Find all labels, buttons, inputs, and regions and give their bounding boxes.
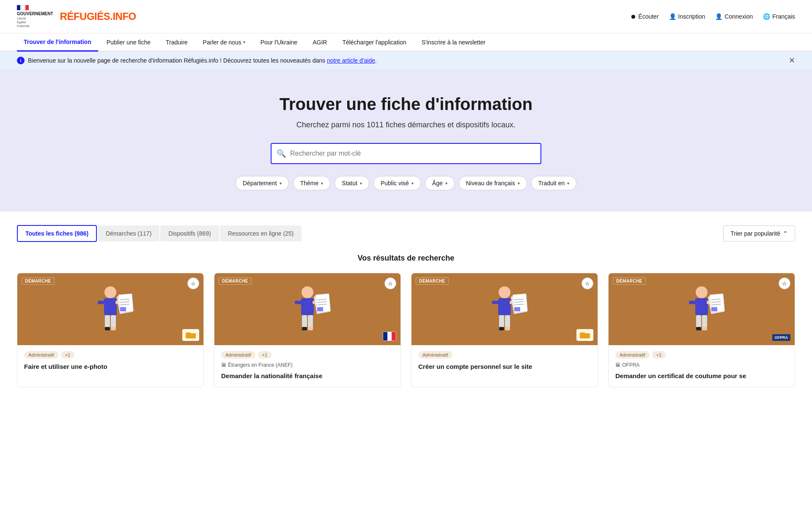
card-fav-1[interactable]: ☆ [187, 277, 199, 289]
chevron-down-icon-dept: ▾ [280, 181, 282, 186]
building-icon-4: 🏛 [615, 362, 620, 368]
connexion-link[interactable]: 👤 Connexion [715, 13, 753, 20]
svg-rect-34 [499, 315, 504, 328]
tab-ressources[interactable]: Ressources en ligne (25) [220, 225, 302, 242]
flag-red [25, 5, 29, 10]
card-fav-4[interactable]: ☆ [779, 277, 790, 289]
tab-demarches[interactable]: Démarches (117) [98, 225, 159, 242]
lang-icon: 🌐 [763, 13, 770, 20]
svg-rect-7 [111, 327, 116, 330]
cards-grid: DÉMARCHE ☆ [17, 273, 795, 387]
svg-rect-22 [302, 327, 307, 330]
hero-title: Trouver une fiche d'information [17, 95, 795, 114]
nav-item-newsletter[interactable]: S'inscrire à la newsletter [415, 34, 492, 51]
svg-rect-20 [302, 315, 307, 328]
main-content: Toutes les fiches (986) Démarches (117) … [0, 211, 812, 401]
nav-item-trouver[interactable]: Trouver de l'information [17, 33, 98, 52]
tab-all[interactable]: Toutes les fiches (986) [17, 225, 97, 242]
card-fav-2[interactable]: ☆ [384, 277, 396, 289]
filter-statut[interactable]: Statut ▾ [335, 176, 369, 190]
site-logo-part2: INFO [112, 11, 136, 22]
results-title: Vos résultats de recherche [17, 254, 795, 263]
header: GOUVERNEMENT Liberté Égalité Fraternité … [0, 0, 812, 33]
card-fav-3[interactable]: ☆ [582, 277, 593, 289]
svg-rect-29 [317, 307, 323, 311]
filter-theme[interactable]: Thème ▾ [293, 176, 331, 190]
close-banner-button[interactable]: ✕ [789, 56, 795, 65]
card-org-4: 🏛 OFPRA [615, 362, 788, 368]
svg-point-0 [104, 286, 116, 298]
lang-link[interactable]: 🌐 Français [763, 13, 795, 20]
nav-item-agir[interactable]: AGIR [306, 34, 334, 51]
card-2: DÉMARCHE ☆ [214, 273, 401, 387]
filter-departement[interactable]: Département ▾ [236, 176, 289, 190]
card-tags-4: Administratif +1 [615, 351, 788, 359]
listen-link[interactable]: ⏺ Écouter [630, 13, 658, 20]
result-tabs: Toutes les fiches (986) Démarches (117) … [17, 225, 302, 242]
svg-rect-48 [689, 301, 697, 304]
card-title-2: Demander la nationalité française [221, 371, 394, 380]
nav-item-ukraine[interactable]: Pour l'Ukraine [254, 34, 304, 51]
svg-rect-52 [696, 327, 701, 330]
hero-subtitle: Cherchez parmi nos 1011 fiches démarches… [17, 121, 795, 129]
tag-admin-2: Administratif [221, 351, 255, 359]
svg-rect-4 [105, 315, 110, 328]
card-image-1: DÉMARCHE ☆ [17, 273, 203, 345]
person-icon-2: 👤 [715, 13, 722, 20]
tag-admin-1: Administratif [24, 351, 58, 359]
svg-rect-31 [498, 298, 511, 315]
svg-rect-45 [580, 332, 585, 334]
nav-item-parler[interactable]: Parler de nous ▾ [196, 34, 252, 51]
card-tags-2: Administratif +1 [221, 351, 394, 359]
svg-point-30 [499, 286, 510, 298]
card-image-2: DÉMARCHE ☆ [214, 273, 401, 345]
flag-white [21, 5, 25, 10]
star-icon-4: ☆ [782, 280, 787, 287]
nav-item-traduire[interactable]: Traduire [159, 34, 195, 51]
svg-rect-18 [295, 301, 302, 304]
card-tags-1: Administratif +1 [24, 351, 197, 359]
sort-button[interactable]: Trier par popularité ⌃ [723, 225, 795, 242]
filter-niveau[interactable]: Niveau de français ▾ [459, 176, 527, 190]
inscription-link[interactable]: 👤 Inscription [669, 13, 705, 20]
card-1: DÉMARCHE ☆ [17, 273, 204, 387]
folder-icon-3 [579, 330, 591, 339]
site-logo[interactable]: RÉFUGIÉS.INFO [60, 11, 136, 22]
star-icon-3: ☆ [585, 280, 590, 287]
card-illustration-2 [280, 280, 335, 339]
svg-rect-6 [105, 327, 110, 330]
listen-icon: ⏺ [630, 13, 636, 20]
search-icon: 🔍 [277, 149, 286, 158]
svg-rect-5 [111, 315, 116, 328]
tag-admin-3: Administratif [418, 351, 453, 359]
chevron-down-icon-public: ▾ [411, 181, 414, 186]
gov-subtitle: Liberté Égalité Fraternité [17, 16, 30, 28]
nav-item-telecharger[interactable]: Télécharger l'application [335, 34, 413, 51]
card-body-4: Administratif +1 🏛 OFPRA Demander un cer… [609, 345, 795, 387]
search-container: 🔍 [271, 143, 541, 164]
card-badge-2: DÉMARCHE [219, 277, 252, 285]
hero-section: Trouver une fiche d'information Cherchez… [0, 69, 812, 211]
chevron-down-icon-statut: ▾ [360, 181, 362, 186]
tabs-row: Toutes les fiches (986) Démarches (117) … [17, 225, 795, 242]
svg-point-46 [696, 286, 708, 298]
tag-plus-2: +1 [258, 351, 272, 359]
card-tags-3: Administratif [418, 351, 591, 359]
svg-rect-59 [711, 307, 717, 311]
search-input[interactable] [271, 143, 541, 164]
card-body-3: Administratif Créer un compte personnel … [411, 345, 598, 378]
filter-public[interactable]: Public visé ▾ [373, 176, 421, 190]
card-badge-1: DÉMARCHE [22, 277, 55, 285]
tag-admin-4: Administratif [615, 351, 650, 359]
nav-item-publier[interactable]: Publier une fiche [100, 34, 157, 51]
filter-age[interactable]: Âge ▾ [425, 176, 455, 190]
folder-icon [185, 330, 197, 339]
svg-rect-15 [186, 332, 191, 334]
card-org-2: 🏛 Étrangers en France (ANEF) [221, 362, 394, 368]
banner-link[interactable]: notre article d'aide [327, 57, 375, 64]
svg-rect-32 [492, 301, 499, 304]
filter-traduit[interactable]: Traduit en ▾ [531, 176, 577, 190]
tab-dispositifs[interactable]: Dispositifs (869) [160, 225, 219, 242]
card-illustration-4 [674, 280, 729, 339]
card-logo-4: OFPRA [772, 334, 791, 341]
